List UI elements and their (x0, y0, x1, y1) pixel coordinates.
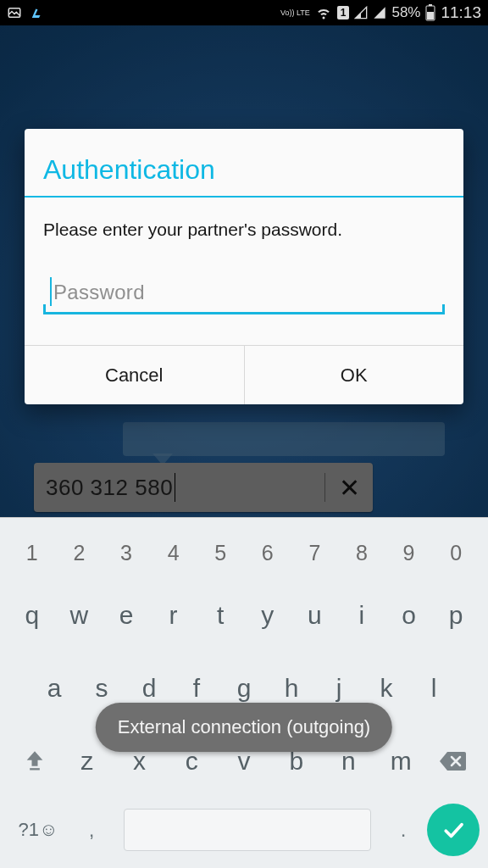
signal-2-icon (373, 6, 386, 19)
picture-icon (7, 5, 22, 20)
key-r[interactable]: r (150, 601, 197, 630)
sim-indicator: 1 (337, 6, 350, 19)
clock: 11:13 (441, 3, 481, 22)
key-p[interactable]: p (432, 601, 480, 630)
key-g[interactable]: g (220, 674, 268, 703)
battery-icon (425, 4, 435, 21)
svg-rect-2 (429, 4, 432, 6)
key-y[interactable]: y (244, 601, 291, 630)
key-z[interactable]: z (61, 747, 114, 776)
shift-key[interactable] (8, 748, 61, 774)
key-a[interactable]: a (30, 674, 78, 703)
cancel-button[interactable]: Cancel (25, 346, 244, 404)
key-7[interactable]: 7 (291, 541, 339, 565)
key-w[interactable]: w (56, 601, 103, 630)
shift-icon (23, 748, 47, 774)
cleaner-icon (29, 5, 44, 20)
key-3[interactable]: 3 (103, 541, 150, 565)
svg-rect-3 (427, 12, 434, 19)
key-j[interactable]: j (315, 674, 363, 703)
key-l[interactable]: l (410, 674, 458, 703)
toast: External connection (outgoing) (96, 703, 392, 752)
volte-indicator: Vo)) LTE (280, 9, 310, 17)
soft-keyboard: 1 2 3 4 5 6 7 8 9 0 q w e r t y u i o p … (0, 517, 488, 868)
comma-key[interactable]: , (68, 818, 115, 842)
key-s[interactable]: s (78, 674, 125, 703)
password-placeholder: Password (53, 281, 145, 304)
toast-text: External connection (outgoing) (118, 716, 370, 737)
svg-rect-4 (30, 768, 40, 770)
backspace-icon (439, 750, 468, 772)
signal-1-icon (354, 6, 368, 19)
ok-button[interactable]: OK (245, 346, 464, 404)
key-m[interactable]: m (374, 747, 427, 776)
backspace-key[interactable] (427, 750, 480, 772)
key-5[interactable]: 5 (197, 541, 244, 565)
key-6[interactable]: 6 (244, 541, 291, 565)
dialog-message: Please enter your partner's password. (43, 220, 445, 240)
key-0[interactable]: 0 (432, 541, 480, 565)
key-i[interactable]: i (338, 601, 385, 630)
enter-key[interactable] (427, 804, 480, 856)
key-h[interactable]: h (268, 674, 315, 703)
key-k[interactable]: k (363, 674, 410, 703)
password-input[interactable]: Password (43, 275, 445, 314)
status-bar: Vo)) LTE 1 58% 11:13 (0, 0, 488, 25)
text-caret (50, 277, 52, 306)
key-d[interactable]: d (125, 674, 173, 703)
key-2[interactable]: 2 (56, 541, 103, 565)
key-8[interactable]: 8 (338, 541, 385, 565)
key-1[interactable]: 1 (8, 541, 56, 565)
auth-dialog: Authentication Please enter your partner… (25, 129, 463, 404)
check-icon (441, 817, 466, 843)
key-4[interactable]: 4 (150, 541, 197, 565)
key-q[interactable]: q (8, 601, 56, 630)
dialog-title: Authentication (25, 129, 463, 196)
period-key[interactable]: . (380, 818, 427, 842)
key-f[interactable]: f (173, 674, 220, 703)
symbols-key[interactable]: ?1☺ (8, 819, 68, 841)
key-e[interactable]: e (103, 601, 150, 630)
key-t[interactable]: t (197, 601, 244, 630)
wifi-icon (315, 5, 332, 20)
key-9[interactable]: 9 (385, 541, 433, 565)
key-u[interactable]: u (291, 601, 339, 630)
battery-text: 58% (391, 4, 420, 21)
space-key[interactable] (124, 809, 371, 851)
key-o[interactable]: o (385, 601, 433, 630)
